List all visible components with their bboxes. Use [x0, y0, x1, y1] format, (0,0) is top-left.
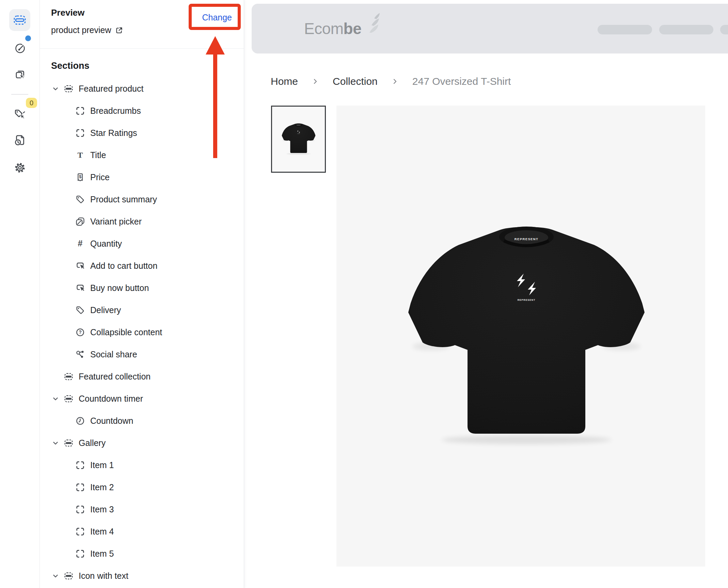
- chevron-down-icon[interactable]: [51, 84, 60, 93]
- sidebar-item-gallery[interactable]: Gallery: [40, 432, 244, 454]
- breadcrumb-home-link[interactable]: Home: [271, 76, 298, 87]
- block-icon: [76, 128, 85, 138]
- product-image-canvas: [336, 106, 705, 567]
- sidebar-item-gallery-item-5[interactable]: Item 5: [40, 543, 244, 565]
- chevron-down-icon[interactable]: [51, 439, 60, 448]
- sidebar-item-featured-collection[interactable]: Featured collection: [40, 366, 244, 388]
- tag-cursor-icon: [14, 108, 27, 121]
- sidebar-item-quantity[interactable]: Quantity: [40, 233, 244, 255]
- button-cursor-icon: [76, 261, 85, 270]
- chevron-right-icon: [391, 78, 399, 85]
- count-badge: 0: [26, 98, 37, 108]
- clock-icon: [76, 416, 85, 425]
- sidebar-item-title[interactable]: Title: [40, 144, 244, 166]
- notification-dot: [25, 35, 31, 41]
- block-icon: [76, 505, 85, 514]
- block-icon: [76, 461, 85, 470]
- sidebar-item-gallery-item-1[interactable]: Item 1: [40, 454, 244, 476]
- nav-placeholder-pill: [659, 25, 713, 34]
- sections-tree: Featured product Breadcrumbs Star Rating…: [40, 78, 244, 587]
- rail-item-templates[interactable]: [0, 68, 40, 81]
- title-icon: [76, 151, 85, 160]
- section-icon: [64, 571, 73, 581]
- sidebar-item-star-ratings[interactable]: Star Ratings: [40, 122, 244, 144]
- file-clock-icon: [14, 134, 27, 147]
- breadcrumb-current-page: 247 Oversized T-Shirt: [412, 76, 511, 87]
- sidebar-item-countdown[interactable]: Countdown: [40, 410, 244, 432]
- tag-icon: [76, 306, 85, 315]
- help-circle-icon: [76, 328, 85, 337]
- sidebar-item-gallery-item-2[interactable]: Item 2: [40, 476, 244, 498]
- sections-heading: Sections: [51, 61, 90, 71]
- section-icon: [64, 372, 73, 381]
- sidebar-item-delivery[interactable]: Delivery: [40, 299, 244, 321]
- sidebar-panel: Preview product preview Change Sections …: [40, 0, 244, 588]
- variant-swatch-icon: [76, 217, 85, 226]
- product-thumbnail-image: [272, 107, 325, 172]
- sidebar-item-buy-now-button[interactable]: Buy now button: [40, 277, 244, 299]
- breadcrumb: Home Collection 247 Oversized T-Shirt: [271, 76, 511, 87]
- chevron-spacer: [51, 372, 60, 381]
- block-icon: [76, 483, 85, 492]
- product-thumbnail[interactable]: [271, 106, 326, 173]
- breadcrumb-collection-link[interactable]: Collection: [333, 76, 378, 87]
- preview-page-name: product preview: [51, 25, 111, 35]
- product-image: [407, 223, 646, 448]
- nav-placeholder-pill: [720, 25, 728, 34]
- sections-icon: [13, 13, 27, 27]
- sidebar-item-countdown-timer[interactable]: Countdown timer: [40, 388, 244, 410]
- gauge-icon: [14, 42, 26, 55]
- sidebar-item-add-to-cart-button[interactable]: Add to cart button: [40, 255, 244, 277]
- storefront-preview: Ecombe Home Collection 247 Oversized T-S…: [244, 0, 728, 588]
- preview-header: Preview product preview Change: [40, 0, 244, 49]
- block-icon: [76, 549, 85, 558]
- block-icon: [76, 527, 85, 536]
- rail-item-history[interactable]: [0, 134, 40, 147]
- tag-icon: [76, 195, 85, 204]
- sidebar-item-gallery-item-4[interactable]: Item 4: [40, 521, 244, 543]
- sidebar-item-social-share[interactable]: Social share: [40, 343, 244, 366]
- nav-placeholder-pill: [598, 25, 652, 34]
- store-logo: Ecombe: [304, 4, 382, 53]
- gear-icon: [14, 161, 26, 174]
- sidebar-item-featured-product[interactable]: Featured product: [40, 78, 244, 100]
- chevron-down-icon[interactable]: [51, 572, 60, 581]
- rail-item-sales-tag[interactable]: [0, 108, 40, 121]
- sidebar-item-breadcrumbs[interactable]: Breadcrumbs: [40, 100, 244, 122]
- share-nodes-icon: [76, 350, 85, 359]
- chevron-right-icon: [312, 78, 319, 85]
- section-icon: [64, 438, 73, 448]
- section-icon: [64, 394, 73, 403]
- pages-cursor-icon: [14, 68, 27, 81]
- logo-text-bold: be: [344, 19, 362, 38]
- store-header-banner: Ecombe: [252, 4, 728, 53]
- sidebar-item-product-summary[interactable]: Product summary: [40, 188, 244, 211]
- preview-title: Preview: [51, 7, 84, 18]
- icon-rail: 0: [0, 0, 40, 588]
- rail-divider: [11, 94, 28, 95]
- block-icon: [76, 106, 85, 115]
- rail-item-performance[interactable]: [0, 42, 40, 55]
- sidebar-item-gallery-item-3[interactable]: Item 3: [40, 498, 244, 521]
- rail-item-sections[interactable]: [9, 9, 30, 31]
- rail-item-settings[interactable]: [0, 161, 40, 174]
- sidebar-item-price[interactable]: Price: [40, 166, 244, 188]
- section-icon: [64, 84, 73, 93]
- external-link-icon[interactable]: [115, 26, 123, 34]
- sidebar-item-variant-picker[interactable]: Variant picker: [40, 211, 244, 233]
- logo-leaf-icon: [365, 12, 382, 33]
- app-window: 0 Preview product preview Change Section…: [0, 0, 728, 588]
- sidebar-item-icon-with-text[interactable]: Icon with text: [40, 565, 244, 587]
- price-icon: [76, 173, 85, 182]
- button-cursor-icon: [76, 283, 85, 293]
- change-button[interactable]: Change: [202, 13, 232, 22]
- logo-text-light: Ecom: [304, 19, 344, 38]
- sidebar-item-collapsible-content[interactable]: Collapsible content: [40, 321, 244, 343]
- hash-icon: [76, 239, 85, 248]
- chevron-down-icon[interactable]: [51, 394, 60, 403]
